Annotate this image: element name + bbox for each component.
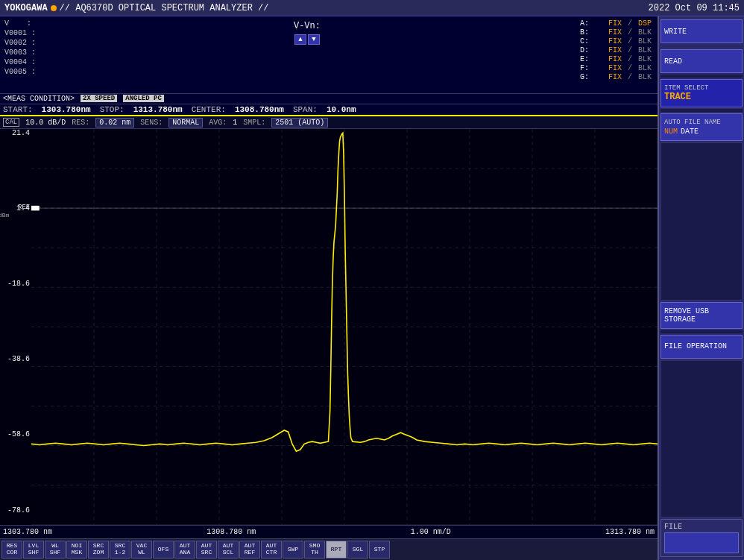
btn-aut-ana[interactable]: AUTANA bbox=[174, 541, 195, 559]
avg-label: AVG: bbox=[209, 119, 227, 127]
span-value: 10.0nm bbox=[327, 105, 356, 114]
remove-usb-button[interactable]: REMOVE USB STORAGE bbox=[661, 302, 743, 329]
arrow-down[interactable]: ▼ bbox=[308, 34, 320, 45]
graph-area bbox=[31, 129, 658, 525]
center-label: CENTER: bbox=[192, 105, 226, 114]
start-label: START: bbox=[3, 105, 33, 114]
remove-usb-label: REMOVE USB STORAGE bbox=[664, 307, 739, 324]
brand-logo: YOKOGAWA bbox=[4, 3, 48, 13]
y-axis-labels: 21.4 1.4 dBm REF -18.6 -38.6 -58.6 -78.6 bbox=[0, 129, 31, 525]
stop-label: STOP: bbox=[100, 105, 124, 114]
trace-c-fix: FIX bbox=[608, 37, 622, 45]
trace-b-fix: FIX bbox=[608, 28, 622, 37]
scale-value: 10.0 dB/D bbox=[25, 119, 66, 127]
header-bar: YOKOGAWA // AQ6370D OPTICAL SPECTRUM ANA… bbox=[0, 0, 744, 16]
trace-v0004: V0004 : bbox=[4, 58, 36, 66]
btn-aut-ctr[interactable]: AUTCTR bbox=[261, 541, 282, 559]
trace-e-fix: FIX bbox=[608, 55, 622, 63]
trace-b-name: B: bbox=[580, 28, 602, 37]
trace-e-row: E: FIX / BLK bbox=[580, 55, 652, 63]
span-label: SPAN: bbox=[293, 105, 318, 114]
btn-src-zom[interactable]: SRCZOM bbox=[88, 541, 109, 559]
auto-file-name-button[interactable]: AUTO FILE NAME NUM DATE bbox=[661, 113, 743, 141]
trace-g-row: G: FIX / BLK bbox=[580, 73, 652, 81]
ref-unit: dBm bbox=[0, 212, 9, 218]
settings-bar: CAL 10.0 dB/D RES: 0.02 nm SENS: NORMAL … bbox=[0, 116, 658, 129]
y-label-bot: -78.6 bbox=[0, 506, 30, 515]
left-area: V : V0001 : V0002 : V0003 : V0004 : V000… bbox=[0, 16, 658, 560]
smpl-label: SMPL: bbox=[243, 119, 265, 127]
arrow-up[interactable]: ▲ bbox=[294, 34, 306, 45]
smpl-value: 2501 (AUTO) bbox=[271, 118, 328, 128]
trace-d-fix: FIX bbox=[608, 46, 622, 54]
spacer-2 bbox=[661, 360, 743, 518]
trace-v0005: V0005 : bbox=[4, 68, 36, 76]
connector-badge: ANGLED PC bbox=[123, 95, 164, 102]
auto-file-num: NUM bbox=[664, 128, 678, 136]
y-ref-label: 1.4 dBm REF bbox=[0, 204, 30, 213]
file-button[interactable] bbox=[664, 532, 739, 553]
trace-d-name: D: bbox=[580, 46, 602, 54]
trace-b-blk: BLK bbox=[638, 28, 652, 37]
trace-v0001: V0001 : bbox=[4, 29, 36, 37]
btn-wl-shf[interactable]: WLSHF bbox=[45, 541, 66, 559]
trace-labels: V : V0001 : V0002 : V0003 : V0004 : V000… bbox=[3, 18, 37, 78]
item-select-button[interactable]: ITEM SELECT TRACE bbox=[661, 79, 743, 107]
meas-condition-label: <MEAS CONDITION> bbox=[3, 95, 75, 103]
trace-c-blk: BLK bbox=[638, 37, 652, 45]
ref-label: REF bbox=[18, 204, 30, 211]
file-operation-button[interactable]: FILE OPERATION bbox=[661, 335, 743, 359]
sens-value: NORMAL bbox=[168, 118, 203, 128]
btn-noi-msk[interactable]: NOIMSK bbox=[66, 541, 87, 559]
btn-sgl[interactable]: SGL bbox=[347, 541, 368, 559]
trace-b-row: B: FIX / BLK bbox=[580, 28, 652, 37]
trace-g-blk: BLK bbox=[638, 73, 652, 81]
btn-rpt[interactable]: RPT bbox=[326, 541, 347, 559]
btn-swp[interactable]: SWP bbox=[283, 541, 303, 559]
trace-c-row: C: FIX / BLK bbox=[580, 37, 652, 45]
btn-lvl-shf[interactable]: LVLSHF bbox=[23, 541, 44, 559]
btn-ofs[interactable]: OFS bbox=[153, 541, 174, 559]
cal-badge: CAL bbox=[3, 118, 19, 127]
btn-vac-wl[interactable]: VACWL bbox=[131, 541, 152, 559]
btn-aut-src[interactable]: AUTSRC bbox=[196, 541, 217, 559]
trace-a-dsp: DSP bbox=[638, 19, 652, 28]
header-datetime: 2022 Oct 09 11:45 bbox=[649, 3, 740, 13]
trace-f-row: F: FIX / BLK bbox=[580, 64, 652, 72]
trace-d-blk: BLK bbox=[638, 46, 652, 54]
btn-aut-scl[interactable]: AUTSCL bbox=[218, 541, 239, 559]
trace-g-name: G: bbox=[580, 73, 602, 81]
x-start-unit: nm bbox=[43, 528, 52, 536]
btn-smo-th[interactable]: SMOTH bbox=[304, 541, 325, 559]
arrows[interactable]: ▲ ▼ bbox=[294, 34, 320, 45]
btn-aut-ref[interactable]: AUTREF bbox=[239, 541, 260, 559]
x-start-value: 1303.780 nm bbox=[3, 528, 52, 536]
trace-f-blk: BLK bbox=[638, 64, 652, 72]
y-label-4: -18.6 bbox=[0, 280, 30, 288]
x-end-unit: nm bbox=[646, 528, 655, 536]
y-label-top: 21.4 bbox=[0, 129, 30, 137]
write-label: WRITE bbox=[664, 28, 739, 36]
instrument-title: // AQ6370D OPTICAL SPECTRUM ANALYZER // bbox=[60, 3, 649, 13]
auto-file-name-label: AUTO FILE NAME bbox=[664, 119, 739, 126]
x-scale-value: 1.00 nm/D bbox=[411, 528, 451, 536]
item-select-label: ITEM SELECT bbox=[664, 84, 739, 92]
trace-list-block: A: FIX / DSP B: FIX / BLK C: FIX / BLK bbox=[577, 18, 655, 83]
btn-res-cor[interactable]: RESCOR bbox=[1, 541, 22, 559]
btn-src-12[interactable]: SRC1-2 bbox=[110, 541, 130, 559]
trace-v0002: V0002 : bbox=[4, 39, 36, 47]
trace-f-name: F: bbox=[580, 64, 602, 72]
read-label: READ bbox=[664, 57, 739, 66]
spacer-1 bbox=[661, 142, 743, 301]
file-section: FILE bbox=[661, 519, 743, 557]
vn-label: V-Vn: bbox=[294, 21, 321, 31]
write-button[interactable]: WRITE bbox=[661, 19, 743, 43]
trace-a-fix: FIX bbox=[608, 19, 622, 28]
read-button[interactable]: READ bbox=[661, 49, 743, 73]
trace-e-name: E: bbox=[580, 55, 602, 63]
center-display: V-Vn: ▲ ▼ bbox=[42, 18, 573, 48]
x-end-value: 1313.780 nm bbox=[605, 528, 655, 536]
right-panel: WRITE READ ITEM SELECT TRACE AUTO FILE N… bbox=[658, 16, 744, 560]
avg-value: 1 bbox=[233, 119, 237, 127]
btn-stp[interactable]: STP bbox=[369, 541, 390, 559]
